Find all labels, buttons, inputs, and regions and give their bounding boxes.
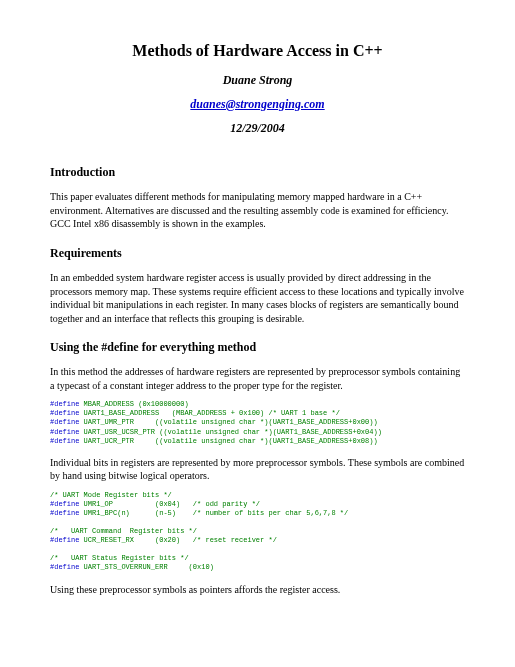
requirements-paragraph: In an embedded system hardware register … (50, 271, 465, 325)
author-email-link[interactable]: duanes@strongenging.com (190, 97, 324, 111)
intro-paragraph: This paper evaluates different methods f… (50, 190, 465, 231)
section-heading-requirements: Requirements (50, 245, 465, 261)
section-heading-introduction: Introduction (50, 164, 465, 180)
email-line: duanes@strongenging.com (50, 96, 465, 112)
define-method-paragraph-1: In this method the addresses of hardware… (50, 365, 465, 392)
paper-title: Methods of Hardware Access in C++ (50, 40, 465, 62)
code-block-1: #define MBAR_ADDRESS (0x10000000) #defin… (50, 400, 465, 445)
define-method-paragraph-2: Individual bits in registers are represe… (50, 456, 465, 483)
code-block-2: /* UART Mode Register bits */ #define UM… (50, 491, 465, 573)
section-heading-define-method: Using the #define for everything method (50, 339, 465, 355)
paper-date: 12/29/2004 (50, 120, 465, 136)
paper-author: Duane Strong (50, 72, 465, 88)
define-method-paragraph-3: Using these preprocessor symbols as poin… (50, 583, 465, 597)
